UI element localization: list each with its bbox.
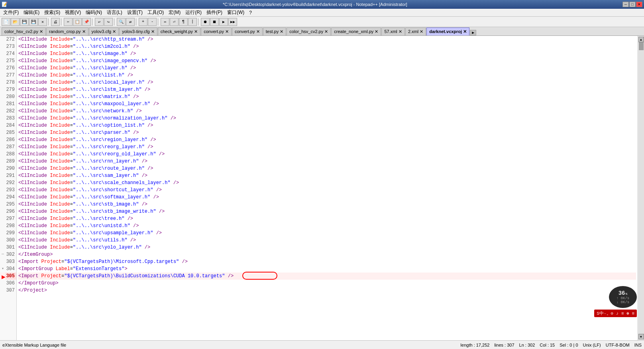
tab-2xml[interactable]: 2.xml ✕: [405, 27, 426, 35]
scroll-thumb[interactable]: [639, 42, 644, 50]
tabs-scroll-right[interactable]: ▶: [470, 30, 476, 35]
code-line-274[interactable]: <ClInclude Include="..\..\src\image.h" /…: [18, 50, 636, 57]
code-line-283[interactable]: <ClInclude Include="..\..\src\normalizat…: [18, 115, 636, 122]
code-line-272[interactable]: <ClInclude Include="..\..\src\http_strea…: [18, 36, 636, 43]
toolbar-macro-stop[interactable]: ⏹: [210, 18, 219, 26]
menu-encode[interactable]: 编码(N): [83, 9, 104, 16]
tab-check-weight[interactable]: check_weight.py ✕: [158, 27, 200, 35]
scroll-down-btn[interactable]: ▼: [638, 334, 644, 339]
toolbar-macro-record[interactable]: ⏺: [201, 18, 210, 26]
code-line-285[interactable]: <ClInclude Include="..\..\src\parser.h" …: [18, 129, 636, 136]
toolbar-word-wrap[interactable]: ⏎: [170, 18, 179, 26]
code-line-290[interactable]: <ClInclude Include="..\..\src\route_laye…: [18, 165, 636, 172]
menu-file[interactable]: 文件(F): [1, 9, 21, 16]
tab-test[interactable]: test.py ✕: [263, 27, 286, 35]
code-line-287[interactable]: <ClInclude Include="..\..\src\reorg_laye…: [18, 143, 636, 151]
fold-indicator-304[interactable]: ▾: [0, 265, 6, 273]
tab-57xml[interactable]: 57.xml ✕: [381, 27, 404, 35]
menu-help[interactable]: ?: [247, 10, 254, 16]
ime-bar[interactable]: S中·。⊙ ♪ ≡ ⊛ ≡: [594, 310, 637, 317]
menu-macro[interactable]: 宏(M): [166, 9, 183, 16]
code-line-275[interactable]: <ClInclude Include="..\..\src\image_open…: [18, 57, 636, 65]
code-line-299[interactable]: <ClInclude Include="..\..\src\upsample_l…: [18, 229, 636, 237]
menu-run[interactable]: 运行(R): [183, 9, 204, 16]
close-button[interactable]: ✕: [636, 2, 642, 7]
scroll-up-btn[interactable]: ▲: [638, 37, 644, 42]
menu-window[interactable]: 窗口(W): [225, 9, 247, 16]
line-num-300: 300: [6, 237, 16, 244]
tab-darknet-vcxproj[interactable]: darknet.vcxproj ✕: [426, 27, 469, 35]
code-line-280[interactable]: <ClInclude Include="..\..\src\matrix.h" …: [18, 93, 636, 100]
code-line-297[interactable]: <ClInclude Include="..\..\src\tree.h" />: [18, 215, 636, 222]
code-line-288[interactable]: <ClInclude Include="..\..\src\reorg_old_…: [18, 151, 636, 158]
toolbar-zoom-out[interactable]: -: [148, 18, 157, 26]
toolbar-undo[interactable]: ↩: [95, 18, 104, 26]
line-num-295: 295: [6, 201, 16, 208]
code-line-301[interactable]: <ClInclude Include="..\..\src\yolo_layer…: [18, 244, 636, 251]
menu-search[interactable]: 搜索(S): [42, 9, 63, 16]
code-line-303[interactable]: <Import Project="$(VCTargetsPath)\Micros…: [18, 258, 636, 265]
toolbar-copy[interactable]: 📋: [73, 18, 82, 26]
tab-create-none-xml[interactable]: create_none_xml.py ✕: [331, 27, 381, 35]
toolbar-cut[interactable]: ✂: [64, 18, 73, 26]
toolbar-macro-play[interactable]: ▶: [219, 18, 228, 26]
toolbar-print[interactable]: 🖨: [51, 18, 60, 26]
menu-plugins[interactable]: 插件(P): [204, 9, 225, 16]
code-line-307[interactable]: </Project>: [18, 287, 636, 294]
code-line-305[interactable]: <Import Project="$(VCTargetsPath)\BuildC…: [18, 273, 636, 280]
toolbar-find[interactable]: 🔍: [117, 18, 126, 26]
toolbar-close[interactable]: ✕: [38, 18, 47, 26]
code-line-296[interactable]: <ClInclude Include="..\..\src\stb_image_…: [18, 208, 636, 215]
code-line-298[interactable]: <ClInclude Include="..\..\src\unistd.h" …: [18, 222, 636, 229]
menu-edit[interactable]: 编辑(E): [21, 9, 42, 16]
code-line-306[interactable]: </ImportGroup>: [18, 280, 636, 287]
tab-color-hsv[interactable]: color_hsv_cv2.py ✕: [2, 27, 46, 35]
toolbar-open[interactable]: 📂: [11, 18, 20, 26]
menu-tools[interactable]: 工具(O): [145, 9, 166, 16]
toolbar-all-chars[interactable]: ¶: [179, 18, 188, 26]
code-line-291[interactable]: <ClInclude Include="..\..\src\sam_layer.…: [18, 172, 636, 179]
code-line-282[interactable]: <ClInclude Include="..\..\src\network.h"…: [18, 108, 636, 115]
maximize-button[interactable]: □: [629, 2, 636, 7]
code-line-289[interactable]: <ClInclude Include="..\..\src\rnn_layer.…: [18, 158, 636, 165]
toolbar-paste[interactable]: 📌: [82, 18, 91, 26]
fold-indicator-302[interactable]: ─: [0, 251, 6, 258]
toolbar-save[interactable]: 💾: [20, 18, 29, 26]
menu-view[interactable]: 视图(V): [63, 9, 83, 16]
code-line-292[interactable]: <ClInclude Include="..\..\src\scale_chan…: [18, 179, 636, 186]
code-line-302[interactable]: </ItemGroup>: [18, 251, 636, 258]
code-line-278[interactable]: <ClInclude Include="..\..\src\local_laye…: [18, 79, 636, 86]
code-line-284[interactable]: <ClInclude Include="..\..\src\option_lis…: [18, 122, 636, 129]
menu-settings[interactable]: 设置(T): [125, 9, 145, 16]
toolbar-zoom-in[interactable]: +: [139, 18, 147, 26]
code-line-277[interactable]: <ClInclude Include="..\..\src\list.h" />: [18, 72, 636, 79]
toolbar-replace[interactable]: ⇄: [126, 18, 135, 26]
toolbar-save-all[interactable]: 💾: [29, 18, 38, 26]
toolbar-redo[interactable]: ↪: [104, 18, 113, 26]
code-line-295[interactable]: <ClInclude Include="..\..\src\stb_image.…: [18, 201, 636, 208]
toolbar-indent-guide[interactable]: |: [188, 18, 197, 26]
code-line-273[interactable]: <ClInclude Include="..\..\src\im2col.h" …: [18, 43, 636, 50]
menu-language[interactable]: 语言(L): [104, 9, 125, 16]
vertical-scrollbar[interactable]: ▲ ▼: [638, 36, 644, 340]
toolbar-sync-scroll[interactable]: ⇔: [161, 18, 169, 26]
tab-convert2[interactable]: convert.py ✕: [232, 27, 263, 35]
code-line-294[interactable]: <ClInclude Include="..\..\src\softmax_la…: [18, 194, 636, 201]
upload-speed: 0K/s: [621, 296, 630, 300]
code-line-281[interactable]: <ClInclude Include="..\..\src\maxpool_la…: [18, 100, 636, 108]
code-line-279[interactable]: <ClInclude Include="..\..\src\lstm_layer…: [18, 86, 636, 93]
toolbar-new[interactable]: 📄: [2, 18, 10, 26]
code-line-286[interactable]: <ClInclude Include="..\..\src\region_lay…: [18, 136, 636, 143]
minimize-button[interactable]: ─: [622, 2, 629, 7]
tab-yolov3-tiny[interactable]: yolov3-tiny.cfg ✕: [119, 27, 157, 35]
code-line-276[interactable]: <ClInclude Include="..\..\src\layer.h" /…: [18, 65, 636, 72]
tab-yolov3-cfg[interactable]: yolov3.cfg ✕: [89, 27, 119, 35]
tab-color-hsv2[interactable]: color_hsv_cv2.py ✕: [287, 27, 331, 35]
tab-random-crop[interactable]: random_crop.py ✕: [46, 27, 88, 35]
code-line-304[interactable]: <ImportGroup Label="ExtensionTargets">: [18, 265, 636, 273]
toolbar-macro-run[interactable]: ▶▶: [228, 18, 237, 26]
code-area[interactable]: <ClInclude Include="..\..\src\http_strea…: [17, 36, 638, 340]
code-line-300[interactable]: <ClInclude Include="..\..\src\utils.h" /…: [18, 237, 636, 244]
code-line-293[interactable]: <ClInclude Include="..\..\src\shortcut_l…: [18, 186, 636, 194]
tab-convert1[interactable]: convert.py ✕: [201, 27, 232, 35]
